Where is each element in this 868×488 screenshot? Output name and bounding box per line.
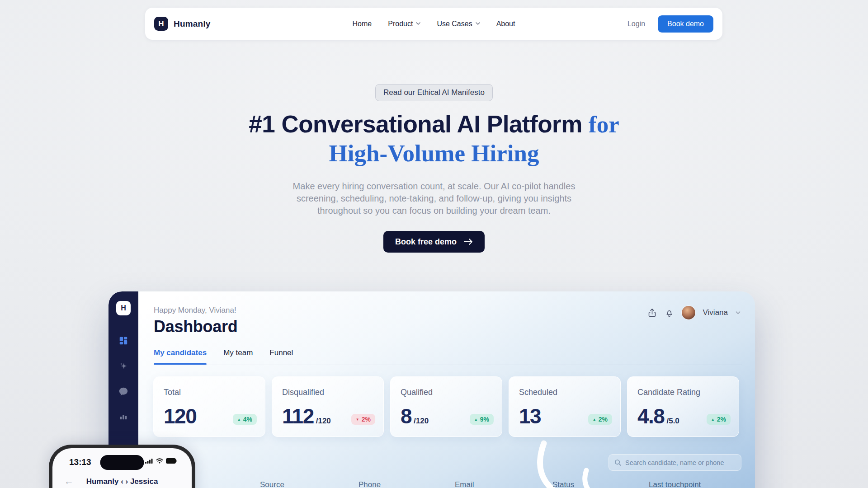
stat-label: Candidate Rating — [637, 388, 700, 397]
tab-my-team[interactable]: My team — [223, 348, 253, 365]
chevron-down-icon — [416, 22, 420, 25]
stat-label: Qualified — [401, 388, 433, 397]
stat-card-scheduled: Scheduled 13 2% — [509, 376, 621, 437]
stat-delta-badge: 2% — [351, 414, 375, 425]
phone-chat-header: ← Humanly ‹ › Jessica — [52, 474, 192, 488]
wifi-icon — [156, 458, 163, 464]
nav-item-label: Home — [353, 20, 372, 28]
nav-item-home[interactable]: Home — [353, 20, 372, 28]
hero-title-sans: #1 Conversational AI Platform — [249, 111, 582, 137]
tab-my-candidates[interactable]: My candidates — [154, 348, 207, 365]
chevron-down-icon[interactable] — [736, 311, 741, 314]
search-icon — [614, 459, 621, 466]
stat-delta-badge: 2% — [588, 414, 612, 425]
top-navbar: H Humanly Home Product Use Cases About L… — [145, 8, 722, 40]
dashboard-greeting: Happy Monday, Viviana! — [154, 306, 236, 315]
chat-title: Humanly ‹ › Jessica — [52, 477, 192, 486]
dashboard-tabs: My candidates My team Funnel — [154, 348, 293, 365]
notifications-bell-icon[interactable] — [665, 308, 674, 318]
stat-value: 4.8 — [637, 404, 664, 428]
cellular-signal-icon — [145, 458, 153, 464]
brand[interactable]: H Humanly — [154, 17, 211, 31]
hero-title-line2: High-Volume Hiring — [329, 140, 539, 166]
login-link[interactable]: Login — [627, 20, 645, 28]
nav-item-use-cases[interactable]: Use Cases — [437, 20, 480, 28]
brand-name: Humanly — [174, 19, 211, 29]
stat-suffix: /120 — [414, 417, 429, 426]
stat-delta-badge: 9% — [470, 414, 494, 425]
chevron-down-icon — [476, 22, 480, 25]
hero-title-serif-word: for — [589, 111, 619, 137]
phone-status-icons — [145, 458, 177, 464]
dashboard-page-title: Dashboard — [154, 317, 237, 336]
stat-suffix: /120 — [316, 417, 331, 426]
stat-delta-badge: 4% — [233, 414, 257, 425]
candidate-search — [609, 454, 741, 471]
user-name: Viviana — [703, 308, 728, 317]
column-header-source: Source — [260, 480, 284, 488]
bar-chart-icon[interactable] — [118, 411, 128, 421]
dashboard-grid-icon[interactable] — [118, 336, 128, 346]
stat-cards: Total 120 4% Disqualified 112/120 2% Qua… — [153, 376, 739, 437]
humanly-logo-icon: H — [154, 17, 168, 31]
arrow-right-icon — [464, 239, 473, 245]
column-header-phone: Phone — [359, 480, 381, 488]
stat-card-candidate-rating: Candidate Rating 4.8/5.0 2% — [627, 376, 739, 437]
phone-mockup: 13:13 ← Humanly ‹ › Jessica — [49, 445, 195, 488]
column-header-last-touchpoint: Last touchpoint — [649, 480, 701, 488]
phone-time: 13:13 — [69, 457, 91, 467]
nav-item-about[interactable]: About — [496, 20, 515, 28]
column-header-email: Email — [455, 480, 474, 488]
column-header-status: Status — [552, 480, 574, 488]
book-free-demo-button[interactable]: Book free demo — [383, 231, 485, 253]
nav-item-label: Product — [388, 20, 413, 28]
nav-links: Home Product Use Cases About — [353, 20, 515, 28]
stat-label: Scheduled — [519, 388, 557, 397]
dashboard-userbar: Viviana — [647, 306, 741, 319]
hero-description: Make every hiring conversation count, at… — [276, 180, 592, 217]
nav-item-label: Use Cases — [437, 20, 472, 28]
search-input[interactable] — [625, 459, 736, 466]
share-icon[interactable] — [647, 308, 657, 318]
stat-value: 13 — [519, 404, 541, 428]
stat-value: 120 — [164, 404, 196, 428]
stat-value: 8 — [401, 404, 411, 428]
stat-label: Disqualified — [282, 388, 324, 397]
ai-sparkle-icon[interactable] — [118, 361, 128, 371]
manifesto-badge[interactable]: Read our Ethical AI Manifesto — [375, 84, 493, 101]
cta-label: Book free demo — [395, 237, 457, 247]
phone-status-bar: 13:13 — [52, 454, 192, 469]
stat-label: Total — [164, 388, 181, 397]
chat-bubble-icon[interactable] — [118, 386, 128, 396]
battery-icon — [166, 458, 177, 464]
logo-letter: H — [158, 19, 164, 28]
hero-title: #1 Conversational AI Platform for High-V… — [0, 110, 868, 168]
stat-card-total: Total 120 4% — [153, 376, 265, 437]
stat-delta-badge: 2% — [707, 414, 731, 425]
stat-card-qualified: Qualified 8/120 9% — [390, 376, 502, 437]
tab-funnel[interactable]: Funnel — [269, 348, 293, 365]
dynamic-island — [100, 455, 144, 470]
stat-suffix: /5.0 — [666, 417, 679, 426]
dashboard-mockup: H Happy Monday, Viviana! Dashboard Vivia… — [108, 291, 755, 488]
book-demo-button[interactable]: Book demo — [658, 15, 713, 33]
stat-card-disqualified: Disqualified 112/120 2% — [272, 376, 384, 437]
sidebar-humanly-logo-icon: H — [116, 301, 131, 315]
nav-item-label: About — [496, 20, 515, 28]
nav-item-product[interactable]: Product — [388, 20, 420, 28]
nav-right: Login Book demo — [627, 15, 713, 33]
tabs-divider — [154, 365, 742, 365]
user-avatar[interactable] — [682, 306, 695, 319]
stat-value: 112 — [282, 404, 314, 428]
